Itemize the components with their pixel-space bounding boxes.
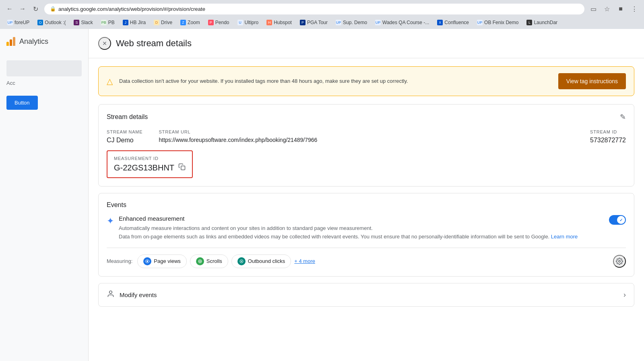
events-title: Events bbox=[107, 201, 626, 209]
bookmark-pb[interactable]: PB PB bbox=[98, 18, 118, 27]
enhanced-measurement-toggle[interactable]: ✓ bbox=[609, 215, 626, 225]
pendo-favicon: P bbox=[208, 20, 214, 25]
nav-buttons: ← → ↻ bbox=[4, 3, 41, 14]
stream-details-title: Stream details bbox=[107, 113, 148, 121]
stream-url-field: STREAM URL https://www.foreupsoftware.co… bbox=[159, 129, 574, 143]
bookmark-confluence[interactable]: X Confluence bbox=[434, 18, 472, 27]
cast-icon[interactable]: ▭ bbox=[588, 3, 599, 14]
person-icon bbox=[107, 290, 115, 298]
analytics-title: Analytics bbox=[19, 37, 48, 46]
bookmark-icon[interactable]: ☆ bbox=[601, 3, 613, 14]
address-bar[interactable]: 🔒 analytics.google.com/analytics/web/pro… bbox=[44, 4, 584, 14]
svg-rect-0 bbox=[181, 166, 185, 170]
learn-more-link[interactable]: Learn more bbox=[551, 234, 578, 240]
reload-button[interactable]: ↻ bbox=[30, 3, 41, 14]
pb-favicon: PB bbox=[101, 20, 107, 25]
pga-favicon: P bbox=[300, 20, 305, 25]
stream-name-label: STREAM NAME bbox=[107, 129, 142, 134]
measurement-id-section: MEASUREMENT ID G-22GS13BHNT bbox=[107, 150, 626, 178]
chip-page-views: Page views bbox=[137, 254, 186, 268]
bookmark-pendo[interactable]: P Pendo bbox=[205, 18, 233, 27]
panel-header: × Web stream details bbox=[89, 29, 644, 58]
enhanced-measurement-title: Enhanced measurement bbox=[119, 215, 604, 222]
bookmark-pgatour[interactable]: P PGA Tour bbox=[297, 18, 331, 27]
zoom-favicon: Z bbox=[180, 20, 186, 25]
enhanced-measurement-toggle-area: ✓ bbox=[609, 215, 626, 225]
sidebar-action-button[interactable]: Button bbox=[6, 96, 38, 110]
logo-bar-1 bbox=[6, 42, 9, 46]
scrolls-icon bbox=[196, 257, 204, 265]
bookmark-launchdar[interactable]: L LaunchDar bbox=[523, 18, 561, 27]
chip-scrolls-label: Scrolls bbox=[206, 258, 222, 264]
wades-favicon: UP bbox=[375, 20, 381, 25]
stream-details-header: Stream details ✎ bbox=[107, 113, 626, 121]
sidebar-header: Analytics bbox=[0, 29, 88, 54]
bookmark-hubspot[interactable]: H Hubspot bbox=[263, 18, 295, 27]
analytics-logo bbox=[6, 37, 15, 46]
close-button[interactable]: × bbox=[98, 37, 111, 50]
bookmark-outlook[interactable]: O Outlook :( bbox=[34, 18, 69, 27]
stream-id-value: 5732872772 bbox=[590, 137, 626, 144]
edit-pencil-icon[interactable]: ✎ bbox=[620, 113, 626, 121]
stream-name-field: STREAM NAME CJ Demo bbox=[107, 129, 142, 144]
outlook-favicon: O bbox=[37, 20, 43, 25]
sidebar-acc-area: Acc Button bbox=[0, 54, 88, 116]
measurement-id-row: G-22GS13BHNT bbox=[114, 163, 186, 172]
forward-button[interactable]: → bbox=[17, 3, 28, 14]
view-tag-instructions-button[interactable]: View tag instructions bbox=[558, 73, 626, 89]
bookmark-obfenix[interactable]: UP OB Fenix Demo bbox=[474, 18, 522, 27]
copy-icon[interactable] bbox=[178, 163, 186, 172]
bookmark-ultipro[interactable]: U Ultipro bbox=[234, 18, 262, 27]
ultipro-favicon: U bbox=[237, 20, 243, 25]
chip-outbound-clicks: Outbound clicks bbox=[231, 254, 291, 268]
logo-bar-3 bbox=[13, 37, 15, 46]
events-section: Events ✦ Enhanced measurement Automatica… bbox=[98, 193, 634, 277]
svg-point-8 bbox=[109, 291, 112, 293]
drive-favicon: D bbox=[154, 20, 159, 25]
stream-id-field: STREAM ID 5732872772 bbox=[590, 129, 626, 144]
launchdar-favicon: L bbox=[526, 20, 532, 25]
main-content: × Web stream details △ Data collection i… bbox=[89, 29, 644, 361]
bookmark-supdemo[interactable]: UP Sup. Demo bbox=[332, 18, 370, 27]
svg-point-1 bbox=[147, 260, 148, 262]
stream-details-section: Stream details ✎ STREAM NAME CJ Demo STR… bbox=[98, 104, 634, 187]
warning-banner: △ Data collection isn't active for your … bbox=[98, 66, 634, 96]
jira-favicon: J bbox=[123, 20, 128, 25]
stream-fields: STREAM NAME CJ Demo STREAM URL https://w… bbox=[107, 129, 626, 144]
account-selector-area bbox=[6, 60, 82, 76]
bookmark-foreup[interactable]: UP foreUP bbox=[4, 18, 33, 27]
menu-icon[interactable]: ⋮ bbox=[629, 3, 640, 14]
more-chips-link[interactable]: + 4 more bbox=[294, 258, 315, 264]
panel-title: Web stream details bbox=[116, 38, 192, 49]
measurement-id-box: MEASUREMENT ID G-22GS13BHNT bbox=[107, 150, 193, 178]
svg-point-7 bbox=[619, 260, 621, 262]
browser-toolbar: ← → ↻ 🔒 analytics.google.com/analytics/w… bbox=[0, 0, 644, 18]
bookmark-slack[interactable]: S Slack bbox=[70, 18, 96, 27]
url-text: analytics.google.com/analytics/web/provi… bbox=[58, 6, 205, 12]
page-views-icon bbox=[143, 257, 151, 265]
hubspot-favicon: H bbox=[266, 20, 272, 25]
warning-triangle-icon: △ bbox=[107, 76, 113, 86]
close-icon: × bbox=[103, 39, 107, 48]
bookmark-drive[interactable]: D Drive bbox=[151, 18, 175, 27]
chip-scrolls: Scrolls bbox=[190, 254, 228, 268]
gear-icon bbox=[616, 258, 623, 265]
toggle-knob: ✓ bbox=[617, 216, 625, 224]
outbound-clicks-icon bbox=[237, 257, 246, 265]
extensions-icon[interactable]: ■ bbox=[615, 3, 626, 14]
stream-url-value: https://www.foreupsoftware.com/index.php… bbox=[159, 137, 574, 143]
measuring-row: Measuring: Page views bbox=[107, 248, 626, 268]
sidebar: Analytics Acc Button bbox=[0, 29, 89, 361]
stream-name-value: CJ Demo bbox=[107, 137, 142, 144]
bookmark-hbjira[interactable]: J HB Jira bbox=[120, 18, 149, 27]
measurement-id-label: MEASUREMENT ID bbox=[114, 156, 186, 161]
bookmark-wadesqa[interactable]: UP Wades QA Course -... bbox=[372, 18, 432, 27]
obfenix-favicon: UP bbox=[477, 20, 483, 25]
measuring-settings-button[interactable] bbox=[613, 255, 626, 268]
back-button[interactable]: ← bbox=[4, 3, 15, 14]
stream-url-label: STREAM URL bbox=[159, 129, 574, 134]
bookmark-zoom[interactable]: Z Zoom bbox=[177, 18, 203, 27]
enhanced-measurement-desc: Automatically measure interactions and c… bbox=[119, 224, 604, 241]
toggle-check-icon: ✓ bbox=[619, 218, 623, 222]
account-label: Acc bbox=[6, 80, 15, 86]
